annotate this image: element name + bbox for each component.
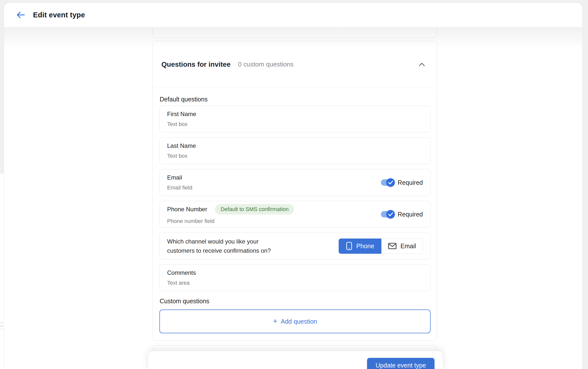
question-type: Text area xyxy=(167,280,196,286)
channel-option-email[interactable]: Email xyxy=(381,239,423,254)
question-row-comments[interactable]: Comments Text area xyxy=(159,264,431,291)
sms-confirmation-badge: Default to SMS confirmation xyxy=(215,204,294,215)
channel-option-phone[interactable]: Phone xyxy=(339,239,381,254)
check-icon xyxy=(388,180,393,185)
plus-icon: + xyxy=(273,317,277,325)
required-label: Required xyxy=(398,179,423,186)
default-questions-label: Default questions xyxy=(160,96,208,103)
question-row-last-name[interactable]: Last Name Text box xyxy=(159,137,431,164)
footer-action-bar: Update event type xyxy=(148,351,443,369)
question-row-first-name[interactable]: First Name Text box xyxy=(159,106,431,132)
question-title: Last Name xyxy=(167,142,196,149)
chevron-up-icon xyxy=(418,62,425,67)
question-title: Comments xyxy=(167,269,196,276)
envelope-icon xyxy=(388,243,397,249)
underlying-page-text-fragment xyxy=(0,322,3,323)
underlying-page-divider xyxy=(0,329,4,329)
question-row-main: Last Name Text box xyxy=(167,142,196,159)
page-title: Edit event type xyxy=(33,11,85,19)
toggle-thumb xyxy=(386,210,395,218)
collapse-section-button[interactable] xyxy=(417,60,427,69)
questions-for-invitee-card: Questions for invitee 0 custom questions… xyxy=(152,41,437,341)
question-title: Phone Number xyxy=(167,206,207,213)
question-type: Text box xyxy=(167,153,196,159)
question-row-email[interactable]: Email Email field Required xyxy=(159,169,431,196)
question-title: First Name xyxy=(167,111,196,118)
email-required-toggle[interactable] xyxy=(381,178,395,187)
channel-question-line1: Which channel would you like your xyxy=(167,237,271,246)
question-row-main: Email Email field xyxy=(167,174,192,191)
update-event-type-button[interactable]: Update event type xyxy=(367,358,435,369)
section-divider xyxy=(153,88,437,88)
phone-icon xyxy=(346,242,352,250)
channel-segmented-control: Phone Email xyxy=(338,238,423,254)
underlying-page-text-fragment xyxy=(0,326,3,326)
required-label: Required xyxy=(398,211,423,218)
question-row-main: Phone Number Default to SMS confirmation… xyxy=(167,204,294,224)
phone-required-toggle[interactable] xyxy=(381,210,395,218)
channel-question-line2: customers to receive confirmations on? xyxy=(167,246,271,255)
page-header: Edit event type xyxy=(4,3,582,27)
custom-questions-label: Custom questions xyxy=(160,298,209,305)
add-question-button[interactable]: + Add question xyxy=(159,309,431,333)
question-row-main: First Name Text box xyxy=(167,111,196,127)
back-button[interactable] xyxy=(15,10,26,20)
confirmation-channel-row: Which channel would you like your custom… xyxy=(159,233,431,259)
edit-event-type-page: { "header": { "title": "Edit event type"… xyxy=(0,0,588,369)
channel-question: Which channel would you like your custom… xyxy=(167,237,271,255)
toggle-thumb xyxy=(386,178,395,187)
back-arrow-icon xyxy=(16,11,25,19)
question-row-phone-number[interactable]: Phone Number Default to SMS confirmation… xyxy=(159,201,431,228)
check-icon xyxy=(388,212,393,216)
edit-event-type-panel: Questions for invitee 0 custom questions… xyxy=(4,2,583,369)
add-question-label: Add question xyxy=(281,318,317,325)
question-type: Email field xyxy=(167,184,192,191)
question-type: Text box xyxy=(167,121,196,127)
required-control: Required xyxy=(381,210,423,218)
section-title: Questions for invitee xyxy=(161,61,231,68)
question-type: Phone number field xyxy=(167,218,294,224)
channel-option-label: Email xyxy=(401,243,416,250)
custom-question-count: 0 custom questions xyxy=(238,61,294,68)
underlying-page-sliver xyxy=(0,174,4,369)
question-row-main: Comments Text area xyxy=(167,269,196,286)
question-title: Email xyxy=(167,174,182,181)
questions-for-invitee-header[interactable]: Questions for invitee 0 custom questions xyxy=(153,41,437,88)
channel-option-label: Phone xyxy=(356,243,374,250)
required-control: Required xyxy=(381,178,423,187)
